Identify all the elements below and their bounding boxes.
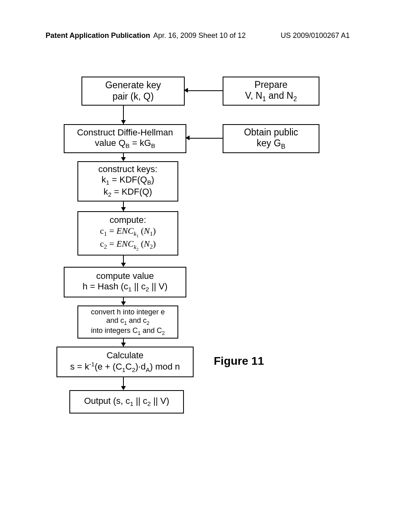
box-construct-dh: Construct Diffie-Hellman value QB = kGB (64, 124, 186, 153)
box-construct-keys: construct keys: k1 = KDF(QB) k2 = KDF(Q) (77, 161, 178, 202)
box6-line2: c1 = ENCk1 (N1) (100, 226, 156, 239)
arrowhead-b1-b3 (121, 120, 126, 124)
box2-line2: V, N1 and N2 (245, 90, 297, 103)
box4-line1: Obtain public (244, 127, 298, 138)
box5-line1: construct keys: (98, 164, 158, 175)
arrow-prepare-to-keypair (188, 90, 223, 91)
box10-line: Output (s, c1 || c2 || V) (84, 396, 169, 408)
box6-line3: c2 = ENCk2 (N2) (100, 239, 156, 251)
box7-line1: compute value (96, 271, 154, 281)
box8-line1: convert h into integer e (91, 308, 165, 317)
box3-line1: Construct Diffie-Hellman (77, 127, 173, 138)
arrow-b1-b3 (123, 105, 124, 121)
header-right: US 2009/0100267 A1 (281, 31, 350, 40)
box-generate-key-pair: Generate key pair (k, Q) (81, 77, 185, 106)
box3-line2: value QB = kGB (95, 138, 155, 150)
box-calculate-s: Calculate s = k-1(e + (C1C2)·dA) mod n (56, 347, 194, 377)
box7-line2: h = Hash (c1 || c2 || V) (83, 281, 168, 293)
header-center: Apr. 16, 2009 Sheet 10 of 12 (153, 31, 246, 40)
page: Patent Application Publication Apr. 16, … (0, 0, 413, 532)
arrow-b6-b7 (123, 255, 124, 264)
box8-line3: into integers C1 and C2 (91, 326, 165, 337)
box5-line3: k2 = KDF(Q) (104, 187, 152, 199)
arrowhead-pubkey-to-dh (186, 135, 190, 140)
arrowhead-b3-b5 (121, 157, 126, 161)
figure-label: Figure 11 (214, 355, 264, 368)
arrowhead-b8-b9 (121, 343, 126, 347)
box-output: Output (s, c1 || c2 || V) (69, 390, 184, 414)
arrow-pubkey-to-dh (190, 138, 223, 139)
box-convert-integers: convert h into integer e and c1 and c2 i… (77, 305, 178, 339)
arrowhead-b6-b7 (121, 263, 126, 267)
arrowhead-b5-b6 (121, 207, 126, 211)
box6-line1: compute: (110, 215, 146, 225)
box5-line2: k1 = KDF(QB) (102, 175, 154, 187)
header-left: Patent Application Publication (46, 31, 150, 40)
box9-line1: Calculate (106, 350, 144, 361)
box8-line2: and c1 and c2 (106, 316, 149, 326)
arrowhead-prepare-to-keypair (184, 88, 188, 93)
box-obtain-public-key: Obtain public key GB (223, 124, 319, 153)
box1-line1: Generate key (105, 80, 161, 91)
box-prepare-inputs: Prepare V, N1 and N2 (223, 77, 319, 106)
arrow-b9-b10 (123, 376, 124, 387)
box1-line2: pair (k, Q) (113, 91, 154, 102)
box-compute-ciphertexts: compute: c1 = ENCk1 (N1) c2 = ENCk2 (N2) (77, 211, 178, 256)
box4-line2: key GB (257, 138, 286, 150)
arrowhead-b9-b10 (121, 386, 126, 390)
arrowhead-b7-b8 (121, 301, 126, 305)
box-compute-hash: compute value h = Hash (c1 || c2 || V) (64, 267, 186, 297)
box9-line2: s = k-1(e + (C1C2)·dA) mod n (70, 361, 180, 374)
box2-line1: Prepare (254, 79, 288, 91)
